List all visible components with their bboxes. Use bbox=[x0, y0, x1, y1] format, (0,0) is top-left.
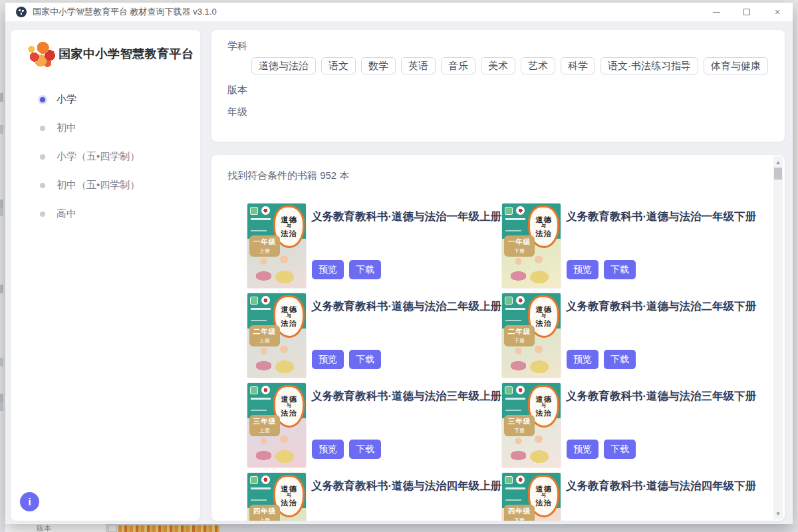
cover-grade: 一年级 bbox=[253, 237, 277, 247]
subject-chip[interactable]: 体育与健康 bbox=[704, 57, 768, 74]
book-card: 道德 与 法治 二年级 上册 义务教育教科书·道德与法治二年级上册 预览 下载 bbox=[247, 293, 502, 383]
nav-item-label: 初中（五•四学制） bbox=[57, 179, 140, 192]
book-cover: 道德 与 法治 二年级 下册 bbox=[502, 293, 561, 378]
subject-chip[interactable]: 语文·书法练习指导 bbox=[600, 57, 698, 74]
publisher-text-line bbox=[251, 218, 271, 220]
subject-chip[interactable]: 英语 bbox=[401, 57, 436, 74]
publisher-logo-icon bbox=[505, 297, 513, 305]
publisher-text-line bbox=[251, 320, 267, 321]
publisher-text-line bbox=[505, 398, 525, 400]
cover-grade: 三年级 bbox=[508, 417, 531, 426]
cover-volume: 上册 bbox=[259, 517, 270, 521]
publisher-logo-icon bbox=[250, 207, 258, 215]
nav-bullet-icon bbox=[40, 154, 45, 160]
cover-illustration bbox=[254, 436, 298, 465]
emblem-icon bbox=[261, 206, 270, 215]
cover-illustration bbox=[509, 346, 553, 375]
cover-badge-line: 法治 bbox=[536, 409, 552, 418]
book-title: 义务教育教科书·道德与法治一年级下册 bbox=[566, 209, 757, 223]
download-button[interactable]: 下载 bbox=[604, 260, 636, 279]
cover-badge-line: 与 bbox=[287, 314, 291, 319]
preview-button[interactable]: 预览 bbox=[312, 260, 344, 279]
subject-chip[interactable]: 艺术 bbox=[521, 57, 555, 74]
publisher-text-line bbox=[505, 230, 521, 231]
cover-badge-line: 与 bbox=[287, 404, 291, 409]
nav-item[interactable]: 初中（五•四学制） bbox=[11, 171, 200, 200]
info-button[interactable]: i bbox=[20, 492, 39, 511]
cover-grade: 一年级 bbox=[508, 237, 531, 247]
subject-chip[interactable]: 科学 bbox=[561, 57, 595, 74]
book-card: 道德 与 法治 二年级 下册 义务教育教科书·道德与法治二年级下册 预览 下载 bbox=[502, 293, 757, 383]
cover-volume: 下册 bbox=[514, 247, 525, 255]
book-actions: 预览 下载 bbox=[567, 260, 636, 279]
nav-item[interactable]: 小学（五•四学制） bbox=[11, 142, 200, 171]
nav-item[interactable]: 高中 bbox=[11, 200, 200, 228]
book-title: 义务教育教科书·道德与法治二年级下册 bbox=[566, 299, 757, 313]
scroll-down-button[interactable]: ▼ bbox=[773, 509, 783, 518]
book-card: 道德 与 法治 四年级 下册 义务教育教科书·道德与法治四年级下册 预览 下载 bbox=[502, 473, 757, 521]
cover-grade-tag: 二年级 上册 bbox=[249, 325, 280, 346]
download-button[interactable]: 下载 bbox=[349, 440, 381, 459]
sidebar-nav: 小学 初中 小学（五•四学制） 初中（五•四学制） 高中 bbox=[11, 85, 200, 228]
emblem-icon bbox=[516, 386, 525, 394]
cover-grade: 四年级 bbox=[253, 507, 277, 516]
book-actions: 预览 下载 bbox=[312, 440, 381, 459]
book-card: 道德 与 法治 一年级 下册 义务教育教科书·道德与法治一年级下册 预览 下载 bbox=[502, 203, 757, 293]
maximize-icon bbox=[743, 9, 750, 15]
nav-item-label: 小学 bbox=[57, 93, 76, 106]
subject-chip[interactable]: 语文 bbox=[321, 57, 356, 74]
maximize-button[interactable] bbox=[732, 3, 762, 21]
book-card: 道德 与 法治 三年级 下册 义务教育教科书·道德与法治三年级下册 预览 下载 bbox=[502, 383, 757, 473]
publisher-logo-icon bbox=[250, 297, 258, 305]
publisher-logo-icon bbox=[505, 386, 513, 394]
close-icon: × bbox=[775, 7, 780, 17]
preview-button[interactable]: 预览 bbox=[567, 260, 598, 279]
publisher-logo-icon bbox=[505, 476, 513, 484]
cover-badge-line: 与 bbox=[287, 224, 291, 229]
book-card: 道德 与 法治 三年级 上册 义务教育教科书·道德与法治三年级上册 预览 下载 bbox=[247, 383, 502, 473]
preview-button[interactable]: 预览 bbox=[312, 440, 344, 459]
cover-grade: 二年级 bbox=[508, 327, 531, 336]
download-button[interactable]: 下载 bbox=[349, 260, 381, 279]
nav-item-label: 高中 bbox=[57, 207, 76, 220]
scroll-thumb[interactable] bbox=[774, 168, 782, 180]
subject-chip[interactable]: 音乐 bbox=[441, 57, 475, 74]
subject-chip[interactable]: 道德与法治 bbox=[251, 57, 316, 74]
cover-grade-tag: 二年级 下册 bbox=[504, 325, 535, 346]
book-cover: 道德 与 法治 二年级 上册 bbox=[247, 293, 306, 378]
download-button[interactable]: 下载 bbox=[604, 440, 636, 459]
scroll-up-icon: ▲ bbox=[775, 160, 781, 166]
nav-item[interactable]: 初中 bbox=[11, 114, 200, 142]
info-icon: i bbox=[28, 496, 31, 507]
publisher-text-line bbox=[251, 487, 271, 489]
close-button[interactable]: × bbox=[762, 3, 793, 21]
nav-item[interactable]: 小学 bbox=[11, 85, 200, 114]
preview-button[interactable]: 预览 bbox=[567, 440, 598, 459]
download-button[interactable]: 下载 bbox=[349, 350, 381, 369]
results-scrollbar[interactable]: ▲ ▼ bbox=[773, 156, 783, 519]
book-title: 义务教育教科书·道德与法治一年级上册 bbox=[311, 209, 503, 223]
preview-button[interactable]: 预览 bbox=[567, 350, 598, 369]
cover-grade-tag: 三年级 上册 bbox=[249, 415, 280, 436]
book-title: 义务教育教科书·道德与法治三年级下册 bbox=[566, 389, 757, 403]
preview-button[interactable]: 预览 bbox=[312, 350, 344, 369]
book-cover: 道德 与 法治 一年级 上册 bbox=[247, 203, 306, 288]
minimize-button[interactable] bbox=[701, 3, 732, 21]
platform-logo-icon bbox=[24, 39, 59, 69]
nav-bullet-icon bbox=[40, 183, 45, 188]
window-title: 国家中小学智慧教育平台 教材查询下载器 v3.1.0 bbox=[33, 6, 217, 18]
app-icon bbox=[16, 7, 27, 17]
emblem-icon bbox=[516, 206, 525, 215]
publisher-text-line bbox=[251, 308, 271, 310]
cover-grade: 二年级 bbox=[253, 327, 277, 336]
subject-chip[interactable]: 美术 bbox=[481, 57, 515, 74]
book-actions: 预览 下载 bbox=[312, 350, 381, 369]
subject-chip[interactable]: 数学 bbox=[361, 57, 396, 74]
download-button[interactable]: 下载 bbox=[604, 350, 636, 369]
publisher-text-line bbox=[251, 398, 271, 400]
cover-badge-line: 与 bbox=[541, 493, 546, 499]
app-window: 国家中小学智慧教育平台 教材查询下载器 v3.1.0 × 国家中小学智慧教育平台… bbox=[5, 3, 793, 524]
publisher-text-line bbox=[505, 218, 525, 220]
cover-volume: 下册 bbox=[514, 517, 525, 521]
scroll-up-button[interactable]: ▲ bbox=[773, 158, 783, 167]
